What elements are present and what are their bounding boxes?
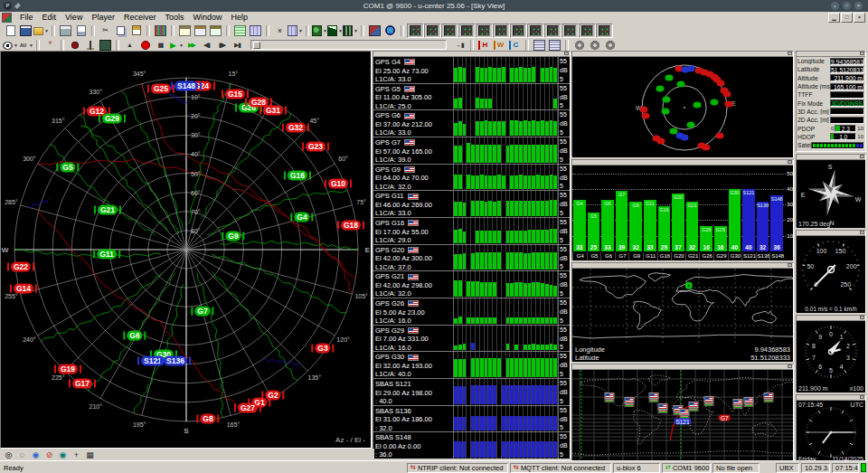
print-preview-icon[interactable] (73, 24, 89, 37)
record-icon[interactable] (137, 39, 153, 52)
docked-view-toggle-10[interactable] (561, 24, 579, 38)
menu-window[interactable]: Window (188, 13, 226, 22)
histogram-w-icon[interactable] (492, 39, 507, 52)
docked-view-toggle-4[interactable] (458, 24, 476, 38)
panel-close-icon[interactable] (860, 52, 864, 55)
panel-close-icon[interactable] (788, 263, 792, 267)
eye-dropdown-icon[interactable]: ▼ (3, 39, 18, 52)
satellite-row-G29[interactable]: GPS G29El 7.00 Az 331.00L1C/A: 16.055dB5 (373, 325, 570, 352)
image-view-icon[interactable] (367, 24, 382, 37)
map-view-icon[interactable]: ▼ (312, 24, 327, 37)
docked-view-toggle-3[interactable] (441, 24, 458, 38)
histogram-h-icon[interactable] (476, 39, 492, 52)
circle-icon[interactable]: ◌ (15, 449, 29, 461)
eject-icon[interactable] (122, 39, 137, 52)
docked-view-toggle-12[interactable] (596, 24, 613, 38)
satellite-row-G6[interactable]: GPS G6El 37.00 Az 212.00L1C/A: 33.055dB5 (373, 109, 570, 137)
jump-end-icon[interactable] (452, 39, 467, 52)
units-dropdown-icon[interactable]: ▼ (18, 39, 33, 52)
panel-close-icon[interactable] (564, 52, 569, 55)
docking-windows-icon[interactable] (248, 24, 263, 37)
close-icon[interactable]: × (854, 2, 863, 10)
copy-icon[interactable] (113, 24, 128, 37)
message-view-icon[interactable] (193, 24, 208, 37)
satellite-row-G4[interactable]: GPS G4El 25.00 Az 73.00L1C/A: 33.055dB5 (373, 57, 570, 83)
satellite-row-S148[interactable]: SBAS S148El 0.00 Az 0.00: 36.055dB5 (373, 431, 570, 459)
restore-icon[interactable]: ○ (843, 2, 851, 10)
docked-view-toggle-5[interactable] (476, 24, 493, 38)
new-file-icon[interactable] (3, 24, 18, 37)
configure-view-icon[interactable] (208, 24, 223, 37)
satellite-row-G11[interactable]: GPS G11El 46.00 Az 269.00L1C/A: 33.055dB… (373, 190, 570, 217)
menu-file[interactable]: File (15, 13, 38, 22)
docked-view-toggle-6[interactable] (493, 24, 510, 38)
satellite-row-G5[interactable]: GPS G5El 11.00 Az 305.00L1C/A: 25.055dB5 (373, 83, 570, 110)
deselect-icon[interactable]: ◎ (2, 449, 15, 461)
pin-icon[interactable] (14, 3, 21, 9)
panel-close-icon[interactable] (788, 160, 792, 164)
step-back-icon[interactable] (199, 39, 214, 52)
panel-close-icon[interactable] (860, 395, 864, 399)
satellite-row-G20[interactable]: GPS G20El 42.00 Az 300.00L1C/A: 37.055dB… (373, 244, 570, 271)
fast-forward-icon[interactable] (184, 39, 199, 52)
packet-console-icon[interactable] (153, 24, 168, 37)
playback-slider[interactable] (250, 40, 447, 50)
docked-view-toggle-2[interactable] (424, 24, 441, 38)
satellite-row-G26[interactable]: GPS G26El 5.00 Az 23.00L1C/A: 16.055dB5 (373, 298, 570, 325)
docked-view-toggle-9[interactable] (544, 24, 561, 38)
no-fix-icon[interactable]: ⊘ (42, 449, 56, 461)
document-icon[interactable] (2, 13, 12, 23)
chevron-down-icon[interactable]: ⌄ (831, 2, 839, 10)
menu-view[interactable]: View (61, 13, 87, 22)
globe-view-icon[interactable] (382, 24, 398, 37)
fix-dot-icon[interactable]: ◉ (56, 449, 70, 461)
panel-close-icon[interactable] (860, 155, 864, 158)
menu-player[interactable]: Player (87, 13, 119, 22)
mdi-restore-icon[interactable]: □ (841, 13, 853, 23)
satellite-row-S136[interactable]: SBAS S136El 31.00 Az 186.00: 32.055dB5 (373, 405, 570, 432)
docked-view-toggle-8[interactable] (527, 24, 544, 38)
skip-end-icon[interactable] (230, 39, 245, 52)
slider-thumb[interactable] (253, 42, 260, 49)
text-console-icon[interactable] (177, 24, 193, 37)
pause-icon[interactable] (153, 39, 168, 52)
table-2-icon[interactable] (547, 39, 562, 52)
dop-bar[interactable]: 1.0 (830, 133, 856, 140)
clear-icon[interactable] (42, 39, 58, 52)
grid-small-icon[interactable]: ▦ (83, 449, 97, 461)
table-1-icon[interactable] (532, 39, 547, 52)
print-icon[interactable] (58, 24, 73, 37)
dop-bar[interactable]: 2.3 (835, 125, 856, 132)
panel-close-icon[interactable] (788, 364, 792, 368)
gear-2-icon[interactable] (587, 39, 602, 52)
histogram-c-icon[interactable] (507, 39, 523, 52)
satellite-row-G30[interactable]: GPS G30El 32.00 Az 193.00L1C/A: 40.055dB… (373, 351, 570, 378)
mdi-minimize-icon[interactable]: ▁ (828, 13, 840, 23)
docked-view-toggle-7[interactable] (510, 24, 527, 38)
alarm-icon[interactable] (67, 39, 82, 52)
satellite-row-G7[interactable]: GPS G7El 57.00 Az 165.00L1C/A: 39.055dB5 (373, 137, 570, 164)
data-panel-header[interactable] (797, 52, 865, 57)
close-view-icon[interactable] (272, 24, 288, 37)
menu-help[interactable]: Help (226, 13, 252, 22)
gear-3-icon[interactable] (602, 39, 618, 52)
docked-view-toggle-11[interactable] (579, 24, 596, 38)
panel-close-icon[interactable] (788, 52, 792, 55)
satellite-row-G9[interactable]: GPS G9El 64.00 Az 70.00L1C/A: 32.055dB5 (373, 164, 570, 191)
open-icon[interactable]: ▼ (33, 24, 49, 37)
table-view-icon[interactable] (232, 24, 248, 37)
camera-icon[interactable] (98, 39, 113, 52)
paste-icon[interactable] (128, 24, 144, 37)
menu-receiver[interactable]: Receiver (119, 13, 161, 22)
menu-tools[interactable]: Tools (160, 13, 188, 22)
crosshair-icon[interactable]: + (70, 449, 83, 461)
docked-view-toggle-1[interactable] (407, 24, 424, 38)
satellite-row-S121[interactable]: SBAS S121El 29.00 Az 198.00: 40.055dB5 (373, 378, 570, 405)
cut-icon[interactable] (98, 24, 113, 37)
world-icon[interactable]: ◉ (29, 449, 42, 461)
step-forward-icon[interactable] (214, 39, 230, 52)
satellite-row-G21[interactable]: GPS G21El 42.00 Az 298.00L1C/A: 32.055dB… (373, 270, 570, 298)
save-icon[interactable] (18, 24, 33, 37)
camera-view-icon[interactable]: ▼ (343, 24, 358, 37)
dock-menu-icon[interactable]: ▼ (288, 24, 303, 37)
